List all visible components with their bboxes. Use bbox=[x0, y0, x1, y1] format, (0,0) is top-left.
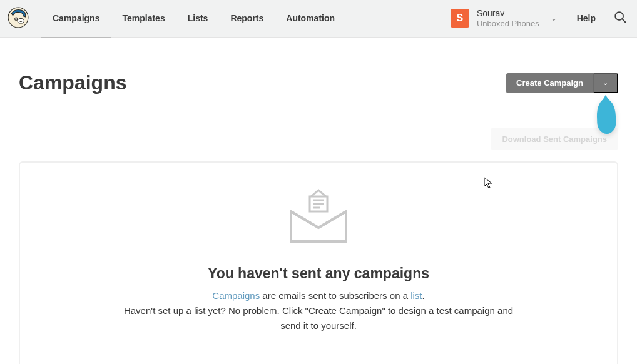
empty-state-title: You haven't sent any campaigns bbox=[39, 265, 598, 282]
empty-state-card: You haven't sent any campaigns Campaigns… bbox=[19, 161, 618, 364]
list-link[interactable]: list bbox=[410, 290, 422, 301]
nav-lists[interactable]: Lists bbox=[176, 0, 220, 38]
empty-state-description: Campaigns are emails sent to subscribers… bbox=[118, 288, 519, 333]
account-org: Unboxed Phones bbox=[477, 19, 539, 29]
nav-automation[interactable]: Automation bbox=[275, 0, 346, 38]
search-icon[interactable] bbox=[609, 10, 631, 26]
nav-templates[interactable]: Templates bbox=[111, 0, 176, 38]
primary-nav: Campaigns Templates Lists Reports Automa… bbox=[41, 0, 346, 38]
empty-state-line2: Haven't set up a list yet? No problem. C… bbox=[124, 305, 513, 331]
svg-line-5 bbox=[622, 19, 625, 23]
chevron-down-icon: ⌄ bbox=[603, 79, 608, 87]
envelope-icon bbox=[288, 186, 349, 246]
nav-reports[interactable]: Reports bbox=[219, 0, 275, 38]
create-campaign-button[interactable]: Create Campaign bbox=[506, 73, 593, 93]
svg-point-2 bbox=[16, 18, 17, 19]
svg-point-3 bbox=[18, 18, 24, 23]
avatar: S bbox=[451, 9, 469, 28]
create-campaign-dropdown[interactable]: ⌄ bbox=[593, 73, 618, 93]
mailchimp-logo[interactable] bbox=[8, 7, 29, 31]
top-nav: Campaigns Templates Lists Reports Automa… bbox=[0, 0, 637, 38]
nav-campaigns[interactable]: Campaigns bbox=[41, 0, 111, 38]
account-menu[interactable]: S Sourav Unboxed Phones ⌄ bbox=[444, 4, 563, 33]
chevron-down-icon: ⌄ bbox=[551, 14, 557, 23]
account-name: Sourav bbox=[477, 8, 539, 19]
download-sent-campaigns-button[interactable]: Download Sent Campaigns bbox=[491, 128, 618, 150]
campaigns-link[interactable]: Campaigns bbox=[212, 290, 260, 301]
help-link[interactable]: Help bbox=[563, 13, 609, 23]
page-title: Campaigns bbox=[19, 71, 126, 94]
